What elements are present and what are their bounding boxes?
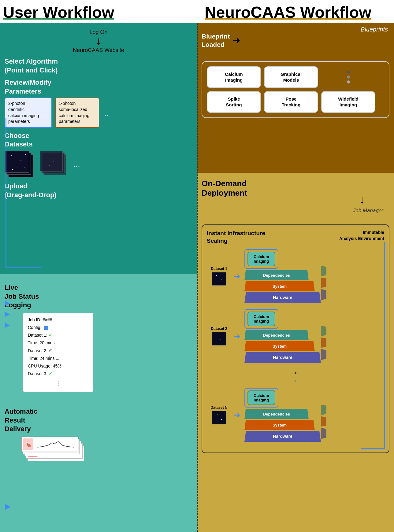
- algo-calcium-imaging[interactable]: CalciumImaging: [207, 66, 261, 88]
- blue-arrow-n: ➜: [234, 410, 240, 420]
- algo-widefield-imaging[interactable]: WidefieldImaging: [321, 91, 375, 113]
- shadow-stacks-n: [321, 405, 326, 439]
- config-row: Config:: [28, 324, 88, 331]
- job-manager-label: Job Manager: [202, 208, 383, 214]
- job-manager-box: Instant InfrastructureScaling ImmutableA…: [202, 224, 389, 453]
- job-manager-header: Instant InfrastructureScaling ImmutableA…: [207, 230, 384, 245]
- dataset-2-infra-row: Dataset 2 ➜ CalciumImaging Dependencies …: [207, 309, 384, 363]
- logon-area: Log On ↓ NeuroCAAS Website: [5, 29, 192, 54]
- arrow-down-icon: ↓: [5, 35, 192, 46]
- dataset-stack-1: [5, 151, 37, 178]
- ellipsis-dots: ..: [104, 108, 109, 118]
- calcium-imaging-box-1: CalciumImaging: [247, 252, 275, 266]
- auto-result-label: AutomaticResultDelivery: [5, 407, 192, 434]
- bold-arrow-to-grid: ➜: [233, 35, 240, 46]
- shadow-stacks-1: [321, 266, 326, 300]
- immutable-label: ImmutableAnalysis Environment: [339, 230, 384, 242]
- dataset-n-infra-row: Dataset N ➜ CalciumImaging Dependencies …: [207, 388, 384, 442]
- dataset2-row: Dataset 2: ⏱: [28, 347, 88, 355]
- param-boxes-container: 2-photondendriticcalcium imagingparamete…: [5, 98, 192, 127]
- right-bottom-section: On-DemandDeployment ↓ Job Manager Instan…: [197, 173, 394, 532]
- algo-graphical-models[interactable]: GraphicalModels: [264, 66, 318, 88]
- deps-block-1: Dependencies: [244, 270, 309, 280]
- infra-stack-1: CalciumImaging Dependencies System Hardw…: [244, 249, 321, 303]
- select-algorithm-label: Select Algorithm(Point and Click): [5, 57, 192, 75]
- result-pages-container: 🍗 🍗: [21, 437, 83, 498]
- choose-datasets-label: ChooseDatasets: [5, 131, 192, 149]
- left-bottom-section: LiveJob StatusLogging ► ► ► Job ID: ####…: [0, 274, 197, 532]
- hardware-block-2: Hardware: [244, 352, 321, 363]
- job-id: Job ID: ####: [28, 316, 88, 324]
- dataset-stack-2: [40, 151, 70, 178]
- dataset-n-thumb: [212, 411, 226, 424]
- dataset1-row: Dataset 1: ✓: [28, 331, 88, 339]
- dataset-1-infra-row: Dataset 1 ➜ CalciumImaging: [207, 249, 384, 303]
- datasets-ellipsis: ...: [73, 160, 80, 169]
- dataset-1-info: Dataset 1: [207, 267, 231, 286]
- infra-ellipsis: ••: [207, 369, 384, 385]
- blue-arrow-1: ➜: [234, 272, 240, 281]
- algo-pose-tracking[interactable]: PoseTracking: [264, 91, 318, 113]
- right-top-section: Blueprints BlueprintLoaded ➜ CalciumImag…: [197, 23, 394, 173]
- system-block-2: System: [244, 341, 315, 351]
- system-block-n: System: [244, 420, 315, 430]
- right-column: Blueprints BlueprintLoaded ➜ CalciumImag…: [197, 23, 394, 532]
- hardware-block-1: Hardware: [244, 292, 321, 303]
- job-status-box: Job ID: #### Config: Dataset 1: ✓ Time: …: [23, 313, 93, 392]
- neurocaas-workflow-title: NeuroCAAS Workflow: [199, 3, 394, 21]
- blue-arrows-indicator: ► ► ►: [3, 298, 12, 330]
- hardware-block-n: Hardware: [244, 431, 321, 442]
- user-workflow-title: User Workflow: [3, 3, 199, 21]
- blueprints-label: Blueprints: [361, 26, 388, 33]
- blue-bottom-right-line: [361, 448, 385, 449]
- column-divider: [197, 23, 198, 532]
- dataset3-row: Dataset 3: ✓: [28, 370, 88, 378]
- results-stack: 🍗 🍗: [21, 437, 192, 498]
- algorithm-grid: CalciumImaging GraphicalModels SpikeSort…: [207, 66, 375, 113]
- calcium-blue-box-2: CalciumImaging: [244, 309, 278, 329]
- instant-infra-text: Instant InfrastructureScaling: [207, 230, 265, 245]
- calcium-imaging-box-2: CalciumImaging: [247, 312, 275, 326]
- system-block-1: System: [244, 281, 315, 291]
- algo-spike-sorting[interactable]: SpikeSorting: [207, 91, 261, 113]
- review-params-label: Review/ModifyParameters: [5, 78, 192, 96]
- infra-stack-n: CalciumImaging Dependencies System Hardw…: [244, 388, 321, 442]
- blue-right-vertical-line: [384, 242, 385, 448]
- blue-vertical-line-left: [6, 118, 6, 268]
- blue-arrow-2: ➜: [234, 331, 240, 341]
- infra-stack-2: CalciumImaging Dependencies System Hardw…: [244, 309, 321, 363]
- dataset-area: ...: [5, 151, 192, 178]
- dataset-n-info: Dataset N: [207, 405, 231, 424]
- blueprint-container: CalciumImaging GraphicalModels SpikeSort…: [202, 61, 389, 118]
- calcium-blue-box-1: CalciumImaging: [244, 249, 278, 269]
- dataset-1-thumb: [212, 272, 226, 286]
- shadow-stacks-2: [321, 326, 326, 360]
- blue-horizontal-line-bottom: [6, 267, 42, 268]
- dataset-2-info: Dataset 2: [207, 327, 231, 345]
- param-box-2: 1-photonsoma-localizedcalcium imagingpar…: [55, 98, 99, 127]
- upload-label: Upload(Drag-and-Drop): [5, 182, 192, 199]
- param-box-1: 2-photondendriticcalcium imagingparamete…: [5, 98, 52, 127]
- left-column: Log On ↓ NeuroCAAS Website Select Algori…: [0, 23, 197, 532]
- dots-column: [321, 66, 375, 88]
- blueprint-loaded-row: BlueprintLoaded ➜: [202, 32, 389, 49]
- left-top-section: Log On ↓ NeuroCAAS Website Select Algori…: [0, 23, 197, 274]
- dataset-2-thumb: [212, 332, 226, 345]
- calcium-imaging-box-n: CalciumImaging: [247, 390, 275, 405]
- live-job-label: LiveJob StatusLogging: [5, 283, 192, 310]
- result-page-1: 🍗: [21, 437, 78, 452]
- blueprint-loaded-text: BlueprintLoaded: [202, 32, 230, 49]
- calcium-blue-box-n: CalciumImaging: [244, 388, 278, 408]
- result-delivery-arrow: ►: [3, 501, 13, 512]
- deps-block-n: Dependencies: [244, 409, 309, 419]
- neurocaas-website-label: NeuroCAAS Website: [5, 47, 192, 54]
- deps-block-2: Dependencies: [244, 330, 309, 340]
